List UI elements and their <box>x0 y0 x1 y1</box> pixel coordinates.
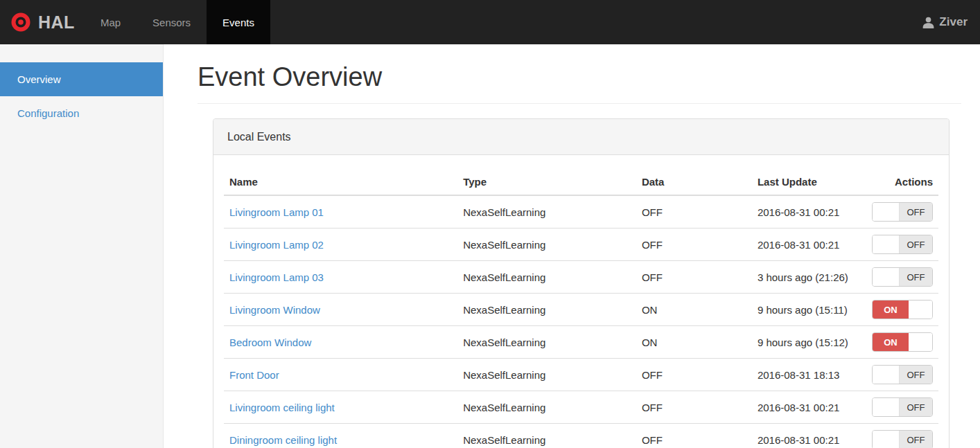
events-table-body: Livingroom Lamp 01NexaSelfLearningOFF201… <box>224 195 938 448</box>
toggle-knob <box>873 366 900 384</box>
event-last-update: 2016-08-31 00:21 <box>752 424 866 448</box>
column-header-actions: Actions <box>866 169 938 195</box>
user-name: Ziver <box>939 15 968 29</box>
event-type: NexaSelfLearning <box>457 195 636 229</box>
brand[interactable]: HAL <box>0 0 85 44</box>
power-toggle[interactable]: ON <box>872 332 933 352</box>
column-header-type: Type <box>457 169 636 195</box>
power-toggle[interactable]: OFF <box>872 267 933 287</box>
event-type: NexaSelfLearning <box>457 294 636 326</box>
event-name-link[interactable]: Livingroom Lamp 02 <box>229 239 324 251</box>
event-name-link[interactable]: Livingroom Lamp 01 <box>229 206 324 218</box>
panel-body: Name Type Data Last Update Actions Livin… <box>213 155 949 448</box>
table-row: Livingroom Lamp 02NexaSelfLearningOFF201… <box>224 229 938 261</box>
toggle-knob <box>909 333 932 351</box>
toggle-state-label: OFF <box>900 235 932 253</box>
power-toggle[interactable]: OFF <box>872 202 933 222</box>
local-events-panel: Local Events Name Type Data Last <box>213 118 950 448</box>
power-toggle[interactable]: OFF <box>872 365 933 384</box>
event-actions-cell: ON <box>866 294 938 326</box>
table-row: Bedroom WindowNexaSelfLearningON9 hours … <box>224 326 938 359</box>
toggle-state-label: OFF <box>900 268 932 286</box>
event-name-cell: Livingroom Lamp 02 <box>224 229 457 261</box>
event-actions-cell: OFF <box>866 195 938 229</box>
event-last-update: 2016-08-31 00:21 <box>752 391 866 424</box>
event-name-cell: Livingroom ceiling light <box>224 391 457 424</box>
event-name-cell: Bedroom Window <box>224 326 457 359</box>
event-data: ON <box>636 326 752 359</box>
power-toggle[interactable]: OFF <box>872 235 933 254</box>
event-type: NexaSelfLearning <box>457 229 636 261</box>
table-row: Livingroom Lamp 01NexaSelfLearningOFF201… <box>224 195 938 229</box>
title-divider <box>198 103 961 104</box>
event-name-link[interactable]: Livingroom ceiling light <box>229 402 335 413</box>
event-data: ON <box>636 294 752 326</box>
event-type: NexaSelfLearning <box>457 326 636 359</box>
column-header-data: Data <box>636 169 752 195</box>
toggle-state-label: ON <box>873 301 909 319</box>
main-content: Event Overview Local Events Name Type <box>164 44 980 448</box>
toggle-knob <box>873 203 900 221</box>
power-toggle[interactable]: OFF <box>872 397 933 417</box>
nav-item-events[interactable]: Events <box>207 0 270 44</box>
power-toggle[interactable]: ON <box>872 300 933 319</box>
event-actions-cell: OFF <box>866 229 938 261</box>
table-row: Livingroom Lamp 03NexaSelfLearningOFF3 h… <box>224 261 938 294</box>
toggle-state-label: OFF <box>900 398 932 416</box>
event-actions-cell: OFF <box>866 359 938 391</box>
event-last-update: 9 hours ago (15:11) <box>752 294 866 326</box>
toggle-knob <box>873 235 900 253</box>
sidebar-item-configuration[interactable]: Configuration <box>0 96 163 130</box>
event-last-update: 2016-08-31 00:21 <box>752 195 866 229</box>
toggle-knob <box>873 268 900 286</box>
user-menu[interactable]: Ziver <box>922 0 980 44</box>
sidebar-item-overview[interactable]: Overview <box>0 62 163 96</box>
event-last-update: 9 hours ago (15:12) <box>752 326 866 359</box>
event-last-update: 2016-08-31 00:21 <box>752 229 866 261</box>
toggle-state-label: OFF <box>900 203 932 221</box>
event-name-link[interactable]: Livingroom Window <box>229 304 320 316</box>
panel-wrapper: Local Events Name Type Data Last <box>213 118 950 448</box>
hal-logo-icon <box>10 12 31 33</box>
event-type: NexaSelfLearning <box>457 391 636 424</box>
event-actions-cell: OFF <box>866 424 938 448</box>
event-name-cell: Front Door <box>224 359 457 391</box>
table-row: Diningroom ceiling lightNexaSelfLearning… <box>224 424 938 448</box>
page-title: Event Overview <box>198 62 961 91</box>
toggle-state-label: OFF <box>900 366 932 384</box>
event-name-cell: Livingroom Lamp 03 <box>224 261 457 294</box>
event-last-update: 2016-08-31 18:13 <box>752 359 866 391</box>
sidebar: Overview Configuration <box>0 44 164 448</box>
toggle-knob <box>873 431 900 448</box>
event-name-link[interactable]: Front Door <box>229 369 279 381</box>
power-toggle[interactable]: OFF <box>872 430 933 448</box>
navbar-menu: Map Sensors Events <box>85 0 270 44</box>
toggle-knob <box>873 398 900 416</box>
event-name-cell: Livingroom Lamp 01 <box>224 195 457 229</box>
events-table-head: Name Type Data Last Update Actions <box>224 169 938 195</box>
event-actions-cell: OFF <box>866 261 938 294</box>
event-type: NexaSelfLearning <box>457 359 636 391</box>
event-name-link[interactable]: Diningroom ceiling light <box>229 434 337 446</box>
table-row: Livingroom ceiling lightNexaSelfLearning… <box>224 391 938 424</box>
toggle-state-label: OFF <box>900 431 932 448</box>
event-name-link[interactable]: Bedroom Window <box>229 337 311 348</box>
table-row: Livingroom WindowNexaSelfLearningON9 hou… <box>224 294 938 326</box>
event-last-update: 3 hours ago (21:26) <box>752 261 866 294</box>
table-row: Front DoorNexaSelfLearningOFF2016-08-31 … <box>224 359 938 391</box>
user-silhouette-icon <box>922 17 934 28</box>
page-layout: Overview Configuration Event Overview Lo… <box>0 44 980 448</box>
event-type: NexaSelfLearning <box>457 424 636 448</box>
event-data: OFF <box>636 424 752 448</box>
events-table: Name Type Data Last Update Actions Livin… <box>224 169 938 448</box>
top-navbar: HAL Map Sensors Events Ziver <box>0 0 980 44</box>
event-data: OFF <box>636 195 752 229</box>
toggle-state-label: ON <box>873 333 909 351</box>
panel-title: Local Events <box>213 119 949 155</box>
event-name-link[interactable]: Livingroom Lamp 03 <box>229 271 324 283</box>
column-header-name: Name <box>224 169 457 195</box>
nav-item-sensors[interactable]: Sensors <box>137 0 207 44</box>
nav-item-map[interactable]: Map <box>85 0 137 44</box>
event-name-cell: Diningroom ceiling light <box>224 424 457 448</box>
event-data: OFF <box>636 261 752 294</box>
